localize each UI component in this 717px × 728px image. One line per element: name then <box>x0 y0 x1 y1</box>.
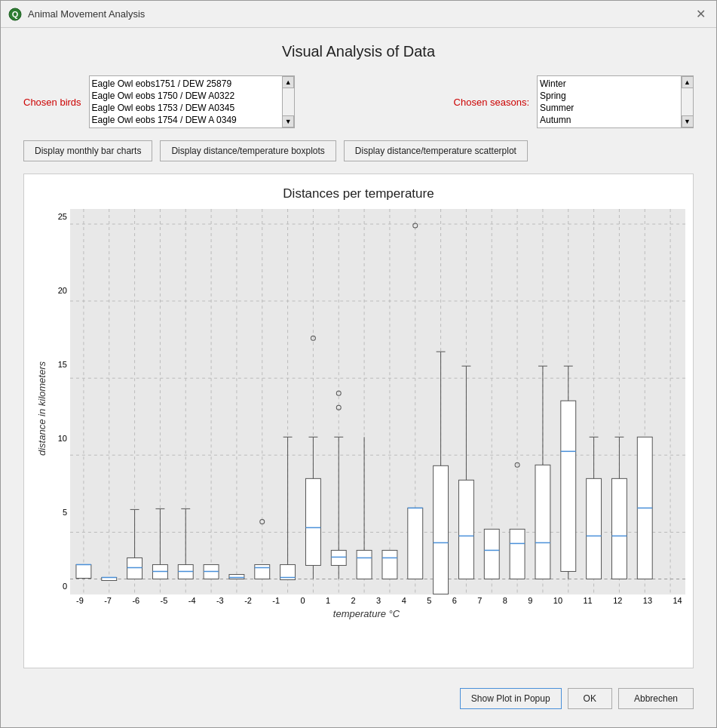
x-tick: -2 <box>244 596 252 605</box>
birds-group: Chosen birds Eagle Owl eobs1751 / DEW 25… <box>23 75 295 128</box>
x-tick: -1 <box>272 596 280 605</box>
x-tick: -7 <box>104 596 112 605</box>
x-tick: 11 <box>583 596 592 605</box>
buttons-row: Display monthly bar charts Display dista… <box>23 140 694 161</box>
x-tick: -4 <box>188 596 196 605</box>
svg-rect-53 <box>255 564 270 579</box>
birds-listbox[interactable]: Eagle Owl eobs1751 / DEW 25879 Eagle Owl… <box>90 76 282 127</box>
x-tick: 5 <box>427 596 431 605</box>
svg-text:Q: Q <box>12 10 19 19</box>
footer-row: Show Plot in Popup OK Abbrechen <box>23 680 694 712</box>
chart-plot <box>70 209 685 594</box>
svg-rect-82 <box>434 465 449 594</box>
svg-rect-92 <box>484 529 499 579</box>
seasons-scrollbar: ▲ ▼ <box>681 76 693 127</box>
svg-rect-33 <box>76 564 91 578</box>
svg-rect-51 <box>229 574 244 579</box>
scroll-up-arrow[interactable]: ▲ <box>682 76 694 88</box>
seasons-label: Chosen seasons: <box>454 97 529 108</box>
svg-rect-37 <box>127 558 142 579</box>
x-tick: -5 <box>161 596 168 605</box>
x-tick: 4 <box>402 596 406 605</box>
scroll-up-arrow[interactable]: ▲ <box>282 76 294 88</box>
x-tick: 12 <box>613 596 622 605</box>
x-tick: 13 <box>643 596 652 605</box>
window-title: Animal Movement Analysis <box>28 8 145 20</box>
distance-scatterplot-button[interactable]: Display distance/temperature scatterplot <box>344 140 528 161</box>
chart-area: Distances per temperature distance in ki… <box>23 174 694 668</box>
content-area: Visual Analysis of Data Chosen birds Eag… <box>1 28 716 727</box>
y-tick: 20 <box>58 286 67 295</box>
x-tick: -3 <box>216 596 224 605</box>
birds-listbox-wrapper: Eagle Owl eobs1751 / DEW 25879 Eagle Owl… <box>89 75 295 128</box>
y-tick: 0 <box>63 582 67 591</box>
y-tick: 5 <box>63 508 67 517</box>
list-item[interactable]: Eagle Owl eobs 1754 / DEW A 0349 <box>90 114 282 126</box>
x-tick: 7 <box>477 596 482 605</box>
x-tick: -9 <box>76 596 84 605</box>
svg-rect-102 <box>561 401 576 571</box>
title-bar-left: Q Animal Movement Analysis <box>8 8 145 21</box>
monthly-bar-button[interactable]: Display monthly bar charts <box>23 140 152 161</box>
svg-rect-79 <box>408 508 423 579</box>
svg-rect-60 <box>305 478 320 565</box>
list-item[interactable]: Spring <box>538 90 681 102</box>
show-plot-button[interactable]: Show Plot in Popup <box>460 688 562 709</box>
y-tick: 25 <box>58 212 67 221</box>
list-item[interactable]: Autumn <box>538 114 681 126</box>
list-item[interactable]: Eagle Owl eobs 1750 / DEW A0322 <box>90 90 282 102</box>
birds-scrollbar: ▲ ▼ <box>282 76 294 127</box>
x-tick: 0 <box>301 596 305 605</box>
page-title: Visual Analysis of Data <box>23 43 694 60</box>
x-tick: 8 <box>503 596 507 605</box>
controls-row: Chosen birds Eagle Owl eobs1751 / DEW 25… <box>23 75 694 128</box>
plot-svg <box>70 209 685 594</box>
list-item[interactable]: Eagle Owl eobs1751 / DEW 25879 <box>90 78 282 90</box>
list-item[interactable]: Eagle Owl eobs 1753 / DEW A0345 <box>90 102 282 114</box>
list-item[interactable]: Summer <box>538 102 681 114</box>
svg-rect-97 <box>535 465 550 579</box>
scroll-down-arrow[interactable]: ▼ <box>282 115 294 127</box>
svg-rect-66 <box>331 550 346 565</box>
svg-rect-73 <box>357 550 372 579</box>
x-tick: 10 <box>553 596 562 605</box>
x-ticks: -9 -7 -6 -5 -4 -3 -2 -1 0 1 2 3 <box>47 596 685 605</box>
distance-boxplots-button[interactable]: Display distance/temperature boxplots <box>160 140 336 161</box>
y-axis-label: distance in kilometers <box>32 209 47 609</box>
svg-rect-94 <box>510 529 525 579</box>
svg-rect-77 <box>382 550 397 579</box>
cancel-button[interactable]: Abbrechen <box>618 688 694 709</box>
app-icon: Q <box>8 8 22 21</box>
y-tick: 10 <box>58 434 67 443</box>
x-axis-label: temperature °C <box>47 608 685 619</box>
ok-button[interactable]: OK <box>568 688 612 709</box>
x-tick: 1 <box>326 596 330 605</box>
chart-inner: distance in kilometers 25 20 15 10 5 0 <box>32 209 685 609</box>
main-window: Q Animal Movement Analysis ✕ Visual Anal… <box>0 0 717 728</box>
x-tick: 3 <box>376 596 381 605</box>
svg-rect-107 <box>587 478 602 579</box>
scroll-down-arrow[interactable]: ▼ <box>682 115 694 127</box>
x-tick: 9 <box>528 596 532 605</box>
seasons-listbox-wrapper: Winter Spring Summer Autumn ▲ ▼ <box>537 75 694 128</box>
svg-rect-87 <box>458 480 473 579</box>
y-ticks: 25 20 15 10 5 0 <box>47 209 70 594</box>
x-tick: 6 <box>452 596 457 605</box>
x-tick: -6 <box>132 596 139 605</box>
x-tick: 14 <box>673 596 682 605</box>
seasons-listbox[interactable]: Winter Spring Summer Autumn <box>538 76 681 127</box>
birds-label: Chosen birds <box>23 97 81 108</box>
y-tick: 15 <box>58 360 67 369</box>
svg-rect-112 <box>611 478 627 579</box>
title-bar: Q Animal Movement Analysis ✕ <box>1 1 716 28</box>
list-item[interactable]: Winter <box>538 78 681 90</box>
x-tick: 2 <box>351 596 356 605</box>
seasons-group: Chosen seasons: Winter Spring Summer Aut… <box>454 75 694 128</box>
chart-title: Distances per temperature <box>32 186 685 201</box>
close-button[interactable]: ✕ <box>692 6 709 23</box>
